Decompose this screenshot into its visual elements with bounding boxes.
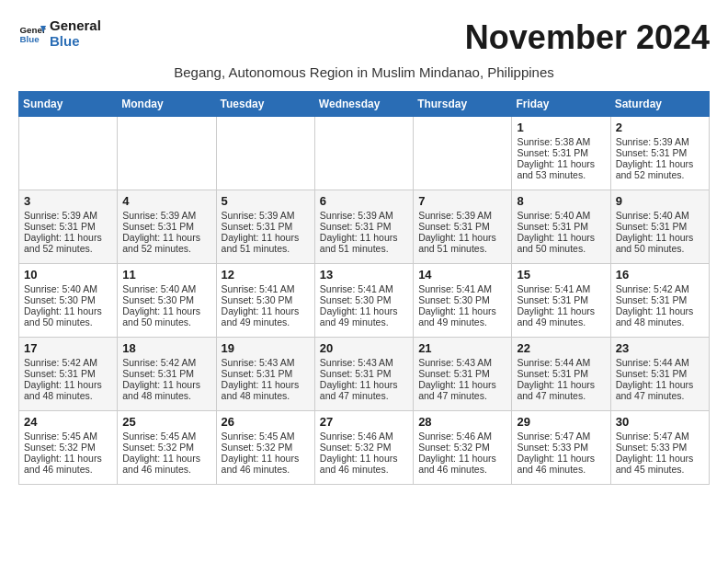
day-info: Sunset: 5:32 PM (320, 442, 408, 453)
calendar-cell: 13Sunrise: 5:41 AMSunset: 5:30 PMDayligh… (314, 264, 413, 338)
day-info: Sunrise: 5:46 AM (418, 431, 506, 442)
day-info: Sunset: 5:31 PM (418, 368, 506, 379)
calendar-cell: 15Sunrise: 5:41 AMSunset: 5:31 PMDayligh… (512, 264, 610, 338)
calendar-cell: 18Sunrise: 5:42 AMSunset: 5:31 PMDayligh… (118, 338, 216, 411)
col-header-tuesday: Tuesday (216, 92, 314, 117)
calendar-cell: 22Sunrise: 5:44 AMSunset: 5:31 PMDayligh… (512, 338, 610, 411)
day-info: Sunrise: 5:39 AM (24, 210, 112, 221)
calendar-cell: 17Sunrise: 5:42 AMSunset: 5:31 PMDayligh… (19, 338, 118, 411)
day-number: 23 (616, 341, 704, 355)
day-number: 24 (24, 415, 112, 429)
col-header-sunday: Sunday (19, 92, 118, 117)
day-info: Sunset: 5:31 PM (122, 368, 210, 379)
day-number: 5 (222, 194, 310, 208)
day-number: 20 (320, 341, 408, 355)
calendar-cell: 10Sunrise: 5:40 AMSunset: 5:30 PMDayligh… (19, 264, 118, 338)
calendar-cell: 20Sunrise: 5:43 AMSunset: 5:31 PMDayligh… (314, 338, 413, 411)
calendar-cell: 26Sunrise: 5:45 AMSunset: 5:32 PMDayligh… (216, 411, 314, 485)
day-info: Sunset: 5:32 PM (418, 442, 506, 453)
day-number: 26 (222, 415, 310, 429)
calendar-subtitle: Begang, Autonomous Region in Muslim Mind… (18, 64, 710, 80)
day-info: Sunset: 5:31 PM (616, 368, 704, 379)
day-info: Sunrise: 5:45 AM (122, 431, 210, 442)
col-header-monday: Monday (118, 92, 216, 117)
calendar-cell: 3Sunrise: 5:39 AMSunset: 5:31 PMDaylight… (19, 190, 118, 264)
day-info: Sunrise: 5:43 AM (418, 357, 506, 368)
day-info: Daylight: 11 hours and 48 minutes. (222, 379, 310, 401)
col-header-thursday: Thursday (414, 92, 512, 117)
calendar-cell (414, 117, 512, 190)
calendar-cell: 11Sunrise: 5:40 AMSunset: 5:30 PMDayligh… (118, 264, 216, 338)
day-info: Daylight: 11 hours and 46 minutes. (24, 453, 112, 475)
calendar-cell: 1Sunrise: 5:38 AMSunset: 5:31 PMDaylight… (512, 117, 610, 190)
day-info: Sunset: 5:33 PM (517, 442, 605, 453)
day-number: 21 (418, 341, 506, 355)
calendar-cell: 23Sunrise: 5:44 AMSunset: 5:31 PMDayligh… (610, 338, 709, 411)
day-info: Sunrise: 5:39 AM (320, 210, 408, 221)
calendar-cell (314, 117, 413, 190)
logo: General Blue General Blue (18, 18, 101, 49)
day-info: Sunset: 5:31 PM (320, 368, 408, 379)
calendar-cell: 8Sunrise: 5:40 AMSunset: 5:31 PMDaylight… (512, 190, 610, 264)
day-info: Sunrise: 5:39 AM (222, 210, 310, 221)
calendar-cell: 27Sunrise: 5:46 AMSunset: 5:32 PMDayligh… (314, 411, 413, 485)
day-info: Daylight: 11 hours and 46 minutes. (517, 453, 605, 475)
day-info: Sunrise: 5:47 AM (616, 431, 704, 442)
day-info: Daylight: 11 hours and 46 minutes. (222, 453, 310, 475)
calendar-cell: 7Sunrise: 5:39 AMSunset: 5:31 PMDaylight… (414, 190, 512, 264)
calendar-cell: 28Sunrise: 5:46 AMSunset: 5:32 PMDayligh… (414, 411, 512, 485)
day-info: Daylight: 11 hours and 52 minutes. (616, 158, 704, 180)
day-info: Sunrise: 5:42 AM (616, 283, 704, 294)
day-info: Sunrise: 5:45 AM (222, 431, 310, 442)
day-info: Daylight: 11 hours and 46 minutes. (122, 453, 210, 475)
day-number: 12 (222, 268, 310, 282)
day-number: 8 (517, 194, 605, 208)
calendar-cell: 30Sunrise: 5:47 AMSunset: 5:33 PMDayligh… (610, 411, 709, 485)
day-info: Daylight: 11 hours and 47 minutes. (517, 379, 605, 401)
day-info: Sunrise: 5:47 AM (517, 431, 605, 442)
day-info: Sunrise: 5:41 AM (517, 283, 605, 294)
day-info: Daylight: 11 hours and 52 minutes. (24, 232, 112, 254)
day-number: 17 (24, 341, 112, 355)
day-info: Sunset: 5:31 PM (24, 368, 112, 379)
calendar-cell (118, 117, 216, 190)
calendar-cell: 16Sunrise: 5:42 AMSunset: 5:31 PMDayligh… (610, 264, 709, 338)
day-info: Sunset: 5:30 PM (418, 294, 506, 305)
day-info: Daylight: 11 hours and 46 minutes. (320, 453, 408, 475)
calendar-cell: 6Sunrise: 5:39 AMSunset: 5:31 PMDaylight… (314, 190, 413, 264)
day-info: Sunset: 5:30 PM (122, 294, 210, 305)
day-number: 13 (320, 268, 408, 282)
day-info: Sunrise: 5:42 AM (122, 357, 210, 368)
day-info: Sunrise: 5:42 AM (24, 357, 112, 368)
day-info: Daylight: 11 hours and 49 minutes. (418, 305, 506, 327)
day-info: Sunset: 5:32 PM (122, 442, 210, 453)
calendar-cell: 2Sunrise: 5:39 AMSunset: 5:31 PMDaylight… (610, 117, 709, 190)
day-info: Sunrise: 5:43 AM (320, 357, 408, 368)
day-number: 11 (122, 268, 210, 282)
day-info: Sunrise: 5:44 AM (517, 357, 605, 368)
day-info: Daylight: 11 hours and 51 minutes. (222, 232, 310, 254)
day-info: Sunset: 5:33 PM (616, 442, 704, 453)
day-info: Sunrise: 5:39 AM (122, 210, 210, 221)
day-number: 6 (320, 194, 408, 208)
day-number: 28 (418, 415, 506, 429)
day-number: 22 (517, 341, 605, 355)
day-info: Sunrise: 5:40 AM (616, 210, 704, 221)
day-info: Sunset: 5:31 PM (24, 221, 112, 232)
day-info: Daylight: 11 hours and 50 minutes. (517, 232, 605, 254)
day-info: Sunrise: 5:45 AM (24, 431, 112, 442)
day-info: Daylight: 11 hours and 47 minutes. (418, 379, 506, 401)
day-info: Daylight: 11 hours and 50 minutes. (122, 305, 210, 327)
day-info: Sunrise: 5:44 AM (616, 357, 704, 368)
calendar-cell: 29Sunrise: 5:47 AMSunset: 5:33 PMDayligh… (512, 411, 610, 485)
day-info: Sunset: 5:31 PM (616, 147, 704, 158)
calendar-cell: 14Sunrise: 5:41 AMSunset: 5:30 PMDayligh… (414, 264, 512, 338)
day-info: Sunset: 5:31 PM (517, 368, 605, 379)
day-number: 16 (616, 268, 704, 282)
day-number: 27 (320, 415, 408, 429)
day-info: Daylight: 11 hours and 52 minutes. (122, 232, 210, 254)
day-number: 7 (418, 194, 506, 208)
day-info: Sunset: 5:30 PM (24, 294, 112, 305)
col-header-saturday: Saturday (610, 92, 709, 117)
calendar-cell (19, 117, 118, 190)
